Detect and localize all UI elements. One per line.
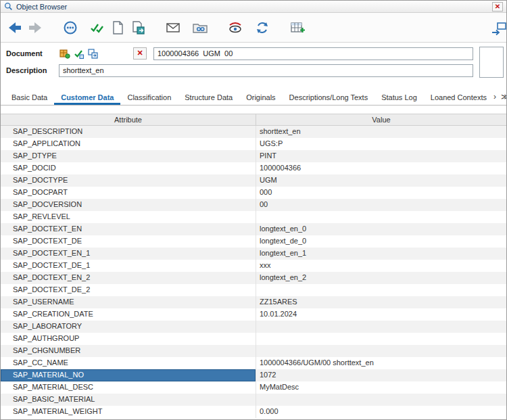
back-button[interactable]: [5, 18, 25, 38]
table-row[interactable]: SAP_APPLICATIONUGS:P: [1, 138, 506, 150]
value-cell[interactable]: 1000004366/UGM/00 shorttext_en: [256, 357, 506, 369]
table-row[interactable]: SAP_DOCTEXT_DE_2: [1, 284, 506, 296]
transfer-button[interactable]: [489, 18, 507, 39]
refresh-button[interactable]: [252, 18, 272, 38]
value-cell[interactable]: longtext_en_1: [256, 248, 506, 260]
tab-descriptions-long-texts[interactable]: Descriptions/Long Texts: [283, 89, 375, 105]
table-row[interactable]: SAP_DOCTEXT_DElongtext_de_0: [1, 235, 506, 248]
apply-check-icon[interactable]: [73, 48, 84, 60]
attribute-cell[interactable]: SAP_USERNAME: [1, 296, 256, 308]
table-row[interactable]: SAP_DOCID1000004366: [1, 162, 506, 174]
new-document-button[interactable]: [107, 18, 128, 38]
verify-checks-button[interactable]: [87, 18, 107, 38]
table-row[interactable]: SAP_AUTHGROUP: [1, 333, 506, 345]
attribute-cell[interactable]: SAP_DOCTYPE: [1, 174, 256, 187]
value-cell[interactable]: 10.01.2024: [256, 308, 506, 321]
value-column-header[interactable]: Value: [256, 114, 506, 125]
table-row[interactable]: SAP_DOCPART000: [1, 187, 506, 199]
attribute-cell[interactable]: SAP_APPLICATION: [1, 138, 256, 150]
value-cell[interactable]: [256, 345, 506, 357]
value-cell[interactable]: [256, 211, 506, 223]
table-row[interactable]: SAP_USERNAMEZZ15ARES: [1, 296, 506, 308]
value-cell[interactable]: shorttext_en: [256, 126, 506, 138]
double-chevron-right-icon[interactable]: ≫: [501, 92, 507, 101]
value-cell[interactable]: 000: [256, 187, 506, 199]
value-cell[interactable]: longtext_en_2: [256, 272, 506, 284]
attribute-cell[interactable]: SAP_DTYPE: [1, 150, 256, 162]
table-row[interactable]: SAP_CREATION_DATE10.01.2024: [1, 308, 506, 321]
copy-document-button[interactable]: [128, 18, 148, 38]
table-row[interactable]: SAP_DESCRIPTIONshorttext_en: [1, 126, 506, 138]
table-row[interactable]: SAP_DOCTYPEUGM: [1, 174, 506, 187]
table-row[interactable]: SAP_DTYPEPINT: [1, 150, 506, 162]
table-row[interactable]: SAP_DOCTEXT_ENlongtext_en_0: [1, 223, 506, 235]
attribute-cell[interactable]: SAP_DOCPART: [1, 187, 256, 199]
value-cell[interactable]: [256, 394, 506, 406]
options-button[interactable]: [60, 18, 80, 38]
description-input[interactable]: [59, 64, 473, 77]
table-row[interactable]: SAP_LABORATORY: [1, 321, 506, 333]
table-row[interactable]: SAP_DOCTEXT_EN_1longtext_en_1: [1, 248, 506, 260]
table-settings-button[interactable]: [287, 18, 308, 38]
close-button[interactable]: ✕: [492, 2, 503, 11]
tab-loaned-contexts[interactable]: Loaned Contexts: [424, 89, 493, 105]
attribute-cell[interactable]: SAP_MATERIAL_NO: [1, 369, 256, 381]
attribute-cell[interactable]: SAP_CREATION_DATE: [1, 308, 256, 321]
tab-originals[interactable]: Originals: [239, 89, 282, 105]
table-row[interactable]: SAP_REVLEVEL: [1, 211, 506, 223]
value-cell[interactable]: longtext_en_0: [256, 223, 506, 235]
table-row[interactable]: SAP_CC_NAME1000004366/UGM/00 shorttext_e…: [1, 357, 506, 369]
tab-classification[interactable]: Classification: [120, 89, 178, 105]
value-cell[interactable]: [256, 321, 506, 333]
mail-button[interactable]: [163, 18, 183, 38]
table-row[interactable]: SAP_MATERIAL_DESCMyMatDesc: [1, 381, 506, 394]
document-input[interactable]: [153, 47, 473, 60]
table-row[interactable]: SAP_BASIC_MATERIAL: [1, 394, 506, 406]
table-row[interactable]: SAP_CHGNUMBER: [1, 345, 506, 357]
value-cell[interactable]: 00: [256, 199, 506, 211]
value-cell[interactable]: MyMatDesc: [256, 381, 506, 394]
attribute-cell[interactable]: SAP_DOCTEXT_EN_1: [1, 248, 256, 260]
value-cell[interactable]: UGM: [256, 174, 506, 187]
value-cell[interactable]: UGS:P: [256, 138, 506, 150]
value-cell[interactable]: xxx: [256, 260, 506, 272]
attribute-cell[interactable]: SAP_BASIC_MATERIAL: [1, 394, 256, 406]
tab-status-log[interactable]: Status Log: [375, 89, 424, 105]
value-cell[interactable]: longtext_de_0: [256, 235, 506, 248]
value-cell[interactable]: [256, 284, 506, 296]
value-cell[interactable]: ZZ15ARES: [256, 296, 506, 308]
attribute-cell[interactable]: SAP_DOCID: [1, 162, 256, 174]
attribute-cell[interactable]: SAP_DESCRIPTION: [1, 126, 256, 138]
document-object-icon[interactable]: [59, 48, 70, 60]
tab-customer-data[interactable]: Customer Data: [54, 89, 120, 105]
attribute-cell[interactable]: SAP_CHGNUMBER: [1, 345, 256, 357]
forward-button[interactable]: [25, 18, 45, 38]
copy-values-icon[interactable]: [87, 48, 99, 60]
value-cell[interactable]: PINT: [256, 150, 506, 162]
attribute-cell[interactable]: SAP_DOCVERSION: [1, 199, 256, 211]
table-row[interactable]: SAP_DOCTEXT_DE_1xxx: [1, 260, 506, 272]
value-cell[interactable]: [256, 333, 506, 345]
attribute-cell[interactable]: SAP_DOCTEXT_EN_2: [1, 272, 256, 284]
attribute-cell[interactable]: SAP_MATERIAL_DESC: [1, 381, 256, 394]
attribute-cell[interactable]: SAP_DOCTEXT_DE_2: [1, 284, 256, 296]
attribute-cell[interactable]: SAP_MATERIAL_WEIGHT: [1, 406, 256, 418]
attribute-cell[interactable]: SAP_AUTHGROUP: [1, 333, 256, 345]
attribute-column-header[interactable]: Attribute: [1, 114, 256, 125]
value-cell[interactable]: 1072: [256, 369, 506, 381]
attribute-cell[interactable]: SAP_DOCTEXT_DE: [1, 235, 256, 248]
attribute-cell[interactable]: SAP_CC_NAME: [1, 357, 256, 369]
table-row[interactable]: SAP_MATERIAL_WEIGHT0.000: [1, 406, 506, 418]
find-folder-button[interactable]: [190, 18, 210, 38]
attribute-cell[interactable]: SAP_DOCTEXT_DE_1: [1, 260, 256, 272]
tab-basic-data[interactable]: Basic Data: [5, 89, 54, 105]
display-eye-button[interactable]: [225, 18, 245, 38]
attribute-cell[interactable]: SAP_DOCTEXT_EN: [1, 223, 256, 235]
value-cell[interactable]: 0.000: [256, 406, 506, 418]
table-row[interactable]: SAP_MATERIAL_NO1072: [1, 369, 506, 381]
attribute-cell[interactable]: SAP_REVLEVEL: [1, 211, 256, 223]
clear-document-button[interactable]: ✕: [133, 47, 147, 60]
table-row[interactable]: SAP_DOCTEXT_EN_2longtext_en_2: [1, 272, 506, 284]
chevron-right-icon[interactable]: ›: [493, 92, 496, 101]
table-row[interactable]: SAP_DOCVERSION00: [1, 199, 506, 211]
